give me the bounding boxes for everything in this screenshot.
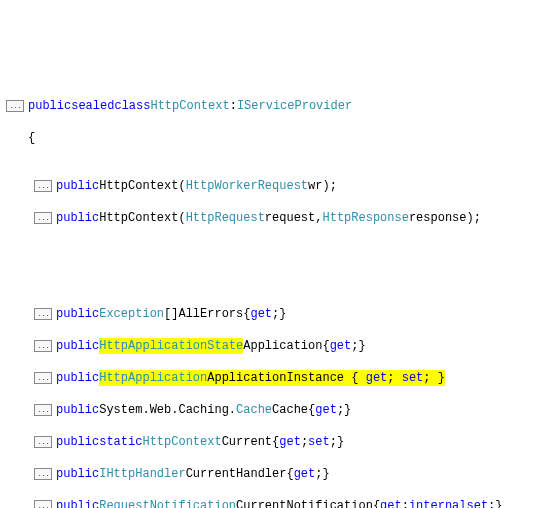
keyword: public xyxy=(56,434,99,450)
comma: , xyxy=(315,210,322,226)
brace-open: { xyxy=(272,434,279,450)
collapse-icon[interactable]: ... xyxy=(34,468,52,480)
code-line: ...public HttpApplicationState Applicati… xyxy=(0,338,550,354)
type-name: HttpApplication xyxy=(99,371,207,385)
code-line: ...public static HttpContext Current { g… xyxy=(0,434,550,450)
type-name: HttpResponse xyxy=(322,210,408,226)
keyword: internal xyxy=(409,498,467,508)
collapse-icon[interactable]: ... xyxy=(6,100,24,112)
keyword: public xyxy=(56,370,99,386)
code-line: { xyxy=(0,130,550,146)
colon: : xyxy=(230,98,237,114)
brace-close: } xyxy=(337,434,344,450)
param-name: response xyxy=(409,210,467,226)
keyword: set xyxy=(402,371,424,385)
semicolon: ; xyxy=(387,371,394,385)
ctor-name: HttpContext xyxy=(99,178,178,194)
code-line: ...public Exception[] AllErrors { get; } xyxy=(0,306,550,322)
collapse-icon[interactable]: ... xyxy=(34,404,52,416)
collapse-icon[interactable]: ... xyxy=(34,212,52,224)
keyword: public xyxy=(56,466,99,482)
brace-open: { xyxy=(243,306,250,322)
ctor-name: HttpContext xyxy=(99,210,178,226)
semicolon: ; xyxy=(337,402,344,418)
code-line: ...public HttpContext(HttpRequest reques… xyxy=(0,210,550,226)
semicolon: ; xyxy=(402,498,409,508)
paren-close: ) xyxy=(467,210,474,226)
keyword: public xyxy=(56,498,99,508)
keyword: public xyxy=(56,338,99,354)
keyword: get xyxy=(250,306,272,322)
code-line: ...public IHttpHandler CurrentHandler { … xyxy=(0,466,550,482)
prop-name: CurrentNotification xyxy=(236,498,373,508)
code-line: ...public System.Web.Caching.Cache Cache… xyxy=(0,402,550,418)
brace-close: } xyxy=(322,466,329,482)
semicolon: ; xyxy=(330,434,337,450)
collapse-icon[interactable]: ... xyxy=(34,308,52,320)
semicolon: ; xyxy=(272,306,279,322)
semicolon: ; xyxy=(315,466,322,482)
prop-name: Cache xyxy=(272,402,308,418)
keyword: public xyxy=(56,210,99,226)
keyword: public xyxy=(56,402,99,418)
semicolon: ; xyxy=(488,498,495,508)
keyword: set xyxy=(308,434,330,450)
semicolon: ; xyxy=(423,371,430,385)
prop-name: CurrentHandler xyxy=(186,466,287,482)
collapse-icon[interactable]: ... xyxy=(34,372,52,384)
brace-close: } xyxy=(358,338,365,354)
type-name: HttpContext xyxy=(150,98,229,114)
code-line: ...public HttpContext(HttpWorkerRequest … xyxy=(0,178,550,194)
semicolon: ; xyxy=(474,210,481,226)
code-line: ...public HttpApplication ApplicationIns… xyxy=(0,370,550,386)
collapse-icon[interactable]: ... xyxy=(34,340,52,352)
brace-close: } xyxy=(344,402,351,418)
brace-open: { xyxy=(286,466,293,482)
semicolon: ; xyxy=(330,178,337,194)
code-view: ...public sealed class HttpContext : ISe… xyxy=(0,64,550,508)
collapse-icon[interactable]: ... xyxy=(34,180,52,192)
code-line: ...public RequestNotification CurrentNot… xyxy=(0,498,550,508)
collapse-icon[interactable]: ... xyxy=(34,500,52,508)
keyword: get xyxy=(330,338,352,354)
type-name: HttpWorkerRequest xyxy=(186,178,308,194)
brace-open: { xyxy=(373,498,380,508)
collapse-icon[interactable]: ... xyxy=(34,436,52,448)
code-line: ...public sealed class HttpContext : ISe… xyxy=(0,98,550,114)
brace-close: } xyxy=(438,371,445,385)
paren-close: ) xyxy=(322,178,329,194)
keyword: sealed xyxy=(71,98,114,114)
blank-line xyxy=(0,258,550,274)
brace-open: { xyxy=(351,371,358,385)
param-name: request xyxy=(265,210,315,226)
semicolon: ; xyxy=(351,338,358,354)
paren-open: ( xyxy=(178,210,185,226)
keyword: get xyxy=(294,466,316,482)
keyword: get xyxy=(366,371,388,385)
type-name: IHttpHandler xyxy=(99,466,185,482)
namespace-prefix: System.Web.Caching. xyxy=(99,402,236,418)
keyword: get xyxy=(380,498,402,508)
prop-name: ApplicationInstance xyxy=(207,371,344,385)
semicolon: ; xyxy=(301,434,308,450)
keyword: get xyxy=(315,402,337,418)
keyword: public xyxy=(56,178,99,194)
prop-name: Application xyxy=(243,338,322,354)
brace-open: { xyxy=(28,130,35,146)
type-name: HttpApplicationState xyxy=(99,339,243,353)
paren-open: ( xyxy=(178,178,185,194)
keyword: public xyxy=(28,98,71,114)
array-suffix: [] xyxy=(164,306,178,322)
keyword: public xyxy=(56,306,99,322)
keyword: get xyxy=(279,434,301,450)
type-name: RequestNotification xyxy=(99,498,236,508)
brace-open: { xyxy=(322,338,329,354)
type-name: Cache xyxy=(236,402,272,418)
keyword: class xyxy=(114,98,150,114)
param-name: wr xyxy=(308,178,322,194)
brace-close: } xyxy=(279,306,286,322)
type-name: HttpRequest xyxy=(186,210,265,226)
keyword: set xyxy=(467,498,489,508)
type-name: HttpContext xyxy=(142,434,221,450)
keyword: static xyxy=(99,434,142,450)
